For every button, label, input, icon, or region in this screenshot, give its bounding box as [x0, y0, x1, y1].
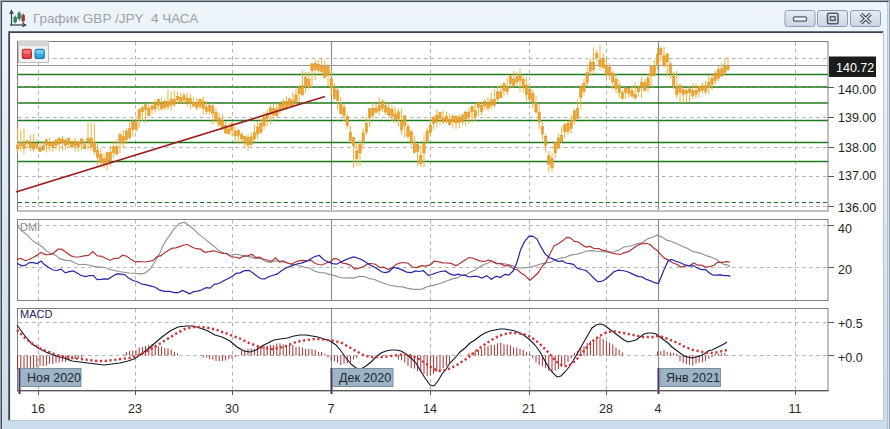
- svg-text:7: 7: [328, 402, 335, 416]
- svg-text:Янв 2021: Янв 2021: [666, 371, 720, 385]
- svg-text:138.00: 138.00: [838, 141, 876, 155]
- svg-text:140.00: 140.00: [838, 83, 876, 97]
- svg-text:137.00: 137.00: [838, 169, 876, 183]
- svg-text:21: 21: [522, 402, 536, 416]
- svg-text:График GBP /JPY 4 ЧАСА: График GBP /JPY 4 ЧАСА: [33, 11, 198, 26]
- svg-text:28: 28: [599, 402, 613, 416]
- svg-text:139.00: 139.00: [838, 111, 876, 125]
- svg-text:14: 14: [423, 402, 437, 416]
- svg-text:40: 40: [838, 222, 852, 236]
- svg-text:+0.5: +0.5: [838, 317, 863, 331]
- svg-text:Дек 2020: Дек 2020: [339, 371, 391, 385]
- svg-text:+0.0: +0.0: [838, 351, 863, 365]
- svg-text:20: 20: [838, 263, 852, 277]
- svg-text:Ноя 2020: Ноя 2020: [27, 371, 81, 385]
- svg-text:30: 30: [225, 402, 239, 416]
- svg-text:23: 23: [128, 402, 142, 416]
- svg-text:140.72: 140.72: [836, 61, 874, 75]
- svg-text:16: 16: [31, 402, 45, 416]
- svg-text:MACD: MACD: [20, 308, 52, 320]
- svg-text:4: 4: [655, 402, 662, 416]
- svg-text:136.00: 136.00: [838, 201, 876, 215]
- svg-text:11: 11: [789, 402, 802, 416]
